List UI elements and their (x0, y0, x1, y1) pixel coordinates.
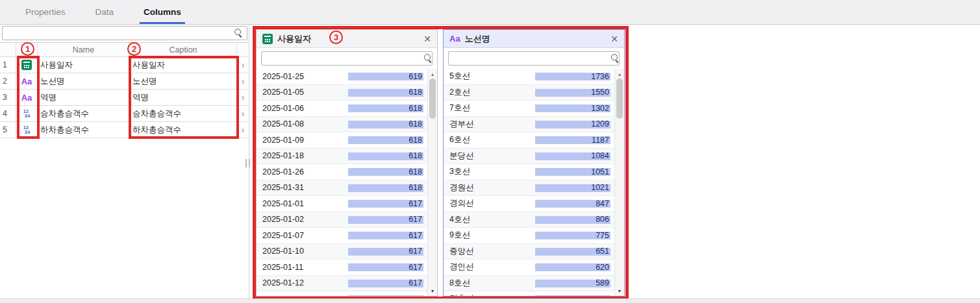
chevron-right-icon[interactable]: › (237, 73, 249, 89)
column-caption[interactable]: 사용일자 (130, 57, 237, 73)
column-name[interactable]: 하차총승객수 (38, 122, 130, 138)
chevron-right-icon[interactable]: › (237, 106, 249, 121)
panel-search (257, 48, 437, 69)
value-count: 619 (408, 72, 422, 81)
filter-panel: 노선명 ✕ 5호선 1736 2호선 1550 7호선 1302 경부선 120… (443, 29, 625, 297)
column-caption[interactable]: 역명 (130, 90, 237, 105)
value-list-item[interactable]: 2025-01-18 618 (257, 149, 437, 165)
column-type-icon (21, 77, 32, 86)
value-list-item[interactable]: 2025-01-10 617 (257, 244, 437, 260)
column-name[interactable]: 사용일자 (38, 57, 130, 73)
value-list-item[interactable]: 2025-01-06 618 (257, 101, 437, 117)
column-name[interactable]: 노선명 (38, 73, 130, 89)
value-list-item[interactable]: 2025-01-26 618 (257, 164, 437, 180)
value-list-item[interactable]: 2025-01-25 619 (257, 69, 437, 85)
column-caption[interactable]: 노선명 (130, 73, 237, 89)
columns-table-body: 1 사용일자 사용일자 › 2 노선명 노선명 › 3 (0, 57, 249, 138)
scroll-up-icon[interactable]: ▲ (428, 69, 437, 79)
value-count: 1736 (591, 72, 609, 81)
value-list-item[interactable]: 경원선 1021 (444, 180, 624, 197)
value-list-item[interactable]: 9호선 775 (444, 228, 624, 244)
value-list-item[interactable]: 2025-01-11 617 (257, 260, 437, 276)
name-header: Name (38, 43, 130, 56)
value-list-item[interactable]: 2025-01-05 618 (257, 85, 437, 101)
tab-bar: Properties Data Columns (0, 0, 980, 25)
close-icon[interactable]: ✕ (610, 34, 618, 43)
table-row[interactable]: 1 사용일자 사용일자 › (0, 57, 249, 73)
value-count: 618 (408, 119, 422, 128)
value-list-item[interactable]: 3호선 1051 (444, 164, 624, 180)
table-row[interactable]: 5 하차총승객수 하차총승객수 › (0, 122, 249, 138)
value-count: 618 (408, 167, 422, 176)
column-name[interactable]: 역명 (38, 90, 130, 105)
value-list-item[interactable]: 2호선 1550 (444, 85, 624, 101)
value-list-item[interactable]: 경부선 1209 (444, 117, 624, 133)
scroll-down-icon[interactable]: ▼ (615, 286, 624, 295)
tab[interactable]: Columns (140, 0, 185, 24)
scrollbar-thumb[interactable] (429, 79, 436, 119)
search-icon (234, 29, 243, 37)
value-list-item[interactable]: 8호선 589 (444, 276, 624, 292)
table-row[interactable]: 2 노선명 노선명 › (0, 73, 249, 90)
value-list-item[interactable]: 2025-01-08 618 (257, 117, 437, 133)
value-list-item[interactable]: 분당선 1084 (444, 149, 624, 165)
tab[interactable]: Properties (21, 0, 69, 24)
value-list-item[interactable]: 2025-01-07 617 (257, 228, 437, 244)
chevron-right-icon[interactable]: › (237, 57, 249, 73)
value-count: 1084 (591, 151, 609, 160)
value-list-item[interactable]: 2025-01-02 617 (257, 212, 437, 228)
column-type-icon-cell (16, 57, 38, 73)
scroll-down-icon[interactable]: ▼ (428, 286, 437, 295)
value-list-item[interactable]: 경인선 620 (444, 260, 624, 276)
value-list-item[interactable]: 경의선 847 (444, 196, 624, 212)
value-count: 847 (596, 199, 609, 208)
vertical-scrollbar[interactable]: ▲ ▼ (614, 69, 624, 296)
value-count: 1021 (591, 183, 609, 192)
value-count: 651 (596, 247, 609, 256)
columns-search-input[interactable] (2, 26, 247, 40)
value-count: 775 (596, 231, 609, 240)
value-list-item[interactable]: 2025-01-09 618 (257, 132, 437, 149)
column-type-icon-cell (16, 106, 38, 121)
chevron-right-icon[interactable]: › (237, 90, 249, 105)
filter-panel-header[interactable]: 사용일자 ✕ (257, 30, 437, 48)
value-count: 617 (408, 263, 422, 272)
scroll-up-icon[interactable]: ▲ (615, 69, 624, 79)
value-list-item[interactable]: 4호선 806 (444, 212, 624, 228)
filter-panel-header[interactable]: 노선명 ✕ (444, 30, 624, 48)
panel-type-icon (449, 34, 460, 43)
row-number: 3 (0, 90, 16, 105)
table-row[interactable]: 3 역명 역명 › (0, 90, 249, 106)
caption-header: Caption (130, 43, 237, 56)
vertical-scrollbar[interactable]: ▲ ▼ (427, 69, 437, 296)
row-number: 5 (0, 122, 16, 138)
column-type-icon-cell (16, 73, 38, 89)
column-name[interactable]: 승차총승객수 (38, 106, 130, 121)
table-row[interactable]: 4 승차총승객수 승차총승객수 › (0, 106, 249, 122)
value-count: 1187 (592, 136, 609, 145)
panel-search-input[interactable] (261, 51, 433, 66)
value-list-item[interactable]: 2025-01-01 617 (257, 196, 437, 212)
chevron-right-icon[interactable]: › (237, 122, 249, 138)
panel-value-list: 5호선 1736 2호선 1550 7호선 1302 경부선 1209 6호선 … (444, 69, 624, 296)
bottom-edge-strip (0, 298, 980, 303)
value-list-item[interactable]: 5호선 1736 (444, 69, 624, 85)
value-list-item[interactable]: 2025-01-31 618 (257, 180, 437, 197)
panel-type-icon (262, 34, 273, 44)
splitter-grip-icon[interactable] (245, 159, 250, 167)
panel-search-input[interactable] (448, 51, 620, 66)
value-list-item[interactable]: 중앙선 651 (444, 244, 624, 260)
column-caption[interactable]: 하차총승객수 (130, 122, 237, 138)
value-list-item[interactable]: 6호선 1187 (444, 132, 624, 149)
value-list-item[interactable]: 2025-01-12 617 (257, 276, 437, 292)
column-caption[interactable]: 승차총승객수 (130, 106, 237, 121)
value-list-item[interactable]: 2025-01-14 617 (257, 291, 437, 296)
value-count: 618 (408, 104, 422, 113)
search-icon (611, 54, 620, 62)
scrollbar-thumb[interactable] (616, 79, 623, 119)
value-list-item[interactable]: 경춘선 589 (444, 291, 624, 296)
close-icon[interactable]: ✕ (423, 34, 431, 43)
row-number: 2 (0, 73, 16, 89)
value-list-item[interactable]: 7호선 1302 (444, 101, 624, 117)
tab[interactable]: Data (92, 0, 118, 24)
